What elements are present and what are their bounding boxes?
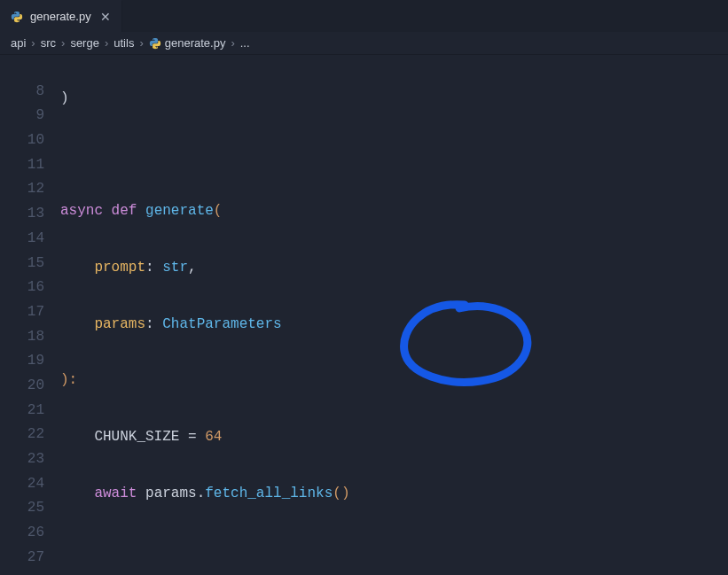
tab-filename: generate.py	[30, 10, 91, 23]
tab-generate-py[interactable]: generate.py ✕	[0, 0, 122, 32]
breadcrumb: api › src › serge › utils › generate.py …	[0, 32, 728, 55]
line-number-gutter: 8 9 10 11 12 13 14 15 16 17 18 19 20 21 …	[0, 55, 60, 575]
crumb-serge[interactable]: serge	[70, 36, 99, 50]
code-content[interactable]: ) async def generate( prompt: str, param…	[60, 55, 728, 575]
chevron-right-icon: ›	[137, 36, 145, 50]
chevron-right-icon: ›	[229, 36, 236, 50]
crumb-api[interactable]: api	[11, 36, 26, 50]
tab-close-icon[interactable]: ✕	[98, 10, 113, 24]
crumb-src[interactable]: src	[41, 36, 56, 50]
crumb-file[interactable]: generate.py	[165, 36, 226, 50]
tab-bar: generate.py ✕	[0, 0, 728, 32]
python-file-icon	[11, 11, 23, 23]
chevron-right-icon: ›	[59, 36, 67, 50]
python-file-icon	[149, 37, 161, 50]
crumb-ellipsis[interactable]: ...	[240, 36, 250, 50]
chevron-right-icon: ›	[103, 36, 110, 50]
crumb-utils[interactable]: utils	[114, 36, 134, 50]
chevron-right-icon: ›	[29, 36, 36, 50]
code-editor[interactable]: 8 9 10 11 12 13 14 15 16 17 18 19 20 21 …	[0, 55, 728, 575]
